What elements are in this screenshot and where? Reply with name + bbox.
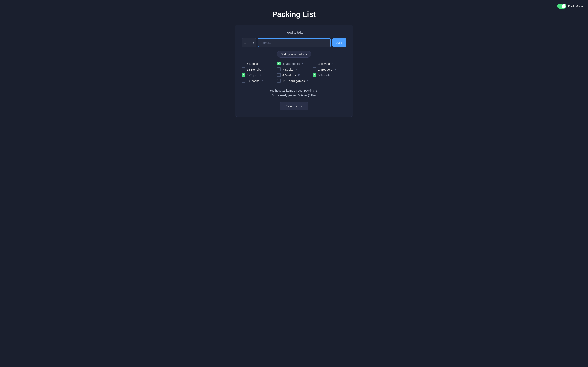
list-item: 5 Snacks✕ (242, 79, 276, 83)
item-label: 2 Trousers (318, 68, 332, 71)
quantity-select[interactable]: 123456789101112 (242, 38, 256, 47)
list-item: 7 Socks✕ (277, 67, 311, 71)
dark-mode-toggle[interactable]: Dark Mode (557, 4, 583, 8)
item-checkbox[interactable] (242, 67, 245, 71)
sort-label: Sort by input order (281, 53, 304, 56)
item-label: 11 Board games (282, 79, 305, 83)
item-label: 4 Books (247, 62, 258, 66)
list-item: 4 Markers✕ (277, 73, 311, 77)
list-item: 13 Pencils✕ (242, 67, 276, 71)
toggle-switch[interactable] (557, 4, 566, 8)
item-label: 4 Markers (282, 73, 296, 77)
item-checkbox[interactable] (312, 62, 316, 66)
item-label: 5 T-shirts (318, 73, 330, 77)
stats-packed: You already packed 3 items (27%) (242, 93, 346, 98)
item-label: 5 Cups (247, 73, 257, 77)
list-item: 4 Notebooks✕ (277, 62, 311, 66)
delete-item-button[interactable]: ✕ (295, 68, 298, 71)
item-label: 3 Towels (318, 62, 330, 66)
main-card: I need to take: 123456789101112 Add Sort… (235, 25, 353, 117)
sort-row: Sort by input order ▾ (242, 51, 346, 58)
item-checkbox[interactable] (277, 79, 281, 83)
item-checkbox[interactable] (277, 67, 281, 71)
delete-item-button[interactable]: ✕ (334, 68, 337, 71)
stats-section: You have 11 items on your packing list Y… (242, 88, 346, 98)
delete-item-button[interactable]: ✕ (298, 74, 301, 76)
list-item: 3 Towels✕ (312, 62, 346, 66)
item-label: 5 Snacks (247, 79, 259, 83)
list-item: 2 Trousers✕ (312, 67, 346, 71)
delete-item-button[interactable]: ✕ (301, 62, 304, 65)
list-item: 5 Cups✕ (242, 73, 276, 77)
item-checkbox[interactable] (277, 62, 281, 66)
delete-item-button[interactable]: ✕ (306, 80, 309, 82)
list-item: 4 Books✕ (242, 62, 276, 66)
item-input[interactable] (258, 38, 331, 47)
quantity-select-wrapper: 123456789101112 (242, 38, 256, 47)
list-item: 5 T-shirts✕ (312, 73, 346, 77)
item-checkbox[interactable] (312, 67, 316, 71)
delete-item-button[interactable]: ✕ (331, 62, 334, 65)
form-subtitle: I need to take: (242, 31, 346, 34)
delete-item-button[interactable]: ✕ (258, 74, 261, 76)
item-checkbox[interactable] (242, 73, 245, 77)
item-checkbox[interactable] (242, 62, 245, 66)
item-checkbox[interactable] (312, 73, 316, 77)
delete-item-button[interactable]: ✕ (259, 62, 262, 65)
stats-total: You have 11 items on your packing list (242, 88, 346, 93)
clear-list-button[interactable]: Clear the list (279, 102, 308, 110)
add-button[interactable]: Add (332, 38, 346, 47)
dark-mode-label: Dark Mode (568, 4, 583, 8)
input-row: 123456789101112 Add (242, 38, 346, 47)
delete-item-button[interactable]: ✕ (332, 74, 335, 76)
delete-item-button[interactable]: ✕ (263, 68, 265, 71)
chevron-down-icon: ▾ (306, 53, 307, 56)
item-label: 13 Pencils (247, 68, 261, 71)
delete-item-button[interactable]: ✕ (261, 80, 264, 82)
item-label: 4 Notebooks (282, 62, 300, 66)
item-checkbox[interactable] (277, 73, 281, 77)
item-checkbox[interactable] (242, 79, 245, 83)
page-title: Packing List (272, 10, 316, 19)
sort-button[interactable]: Sort by input order ▾ (277, 51, 311, 58)
items-grid: 4 Books✕4 Notebooks✕3 Towels✕13 Pencils✕… (242, 62, 346, 83)
list-item: 11 Board games✕ (277, 79, 311, 83)
item-label: 7 Socks (282, 68, 293, 71)
toggle-knob (562, 4, 566, 8)
